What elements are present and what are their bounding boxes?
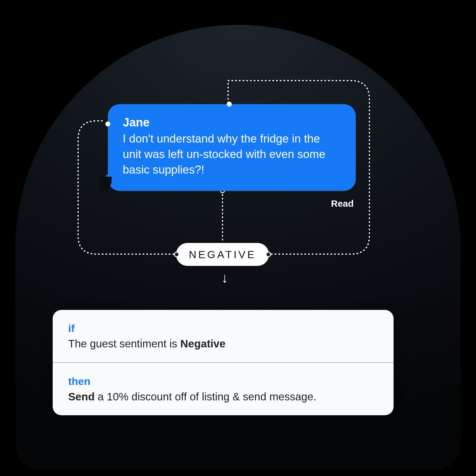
sentiment-pill: NEGATIVE [176,243,269,266]
automation-rule-card: if The guest sentiment is Negative then … [53,310,394,415]
anchor-dot-icon [227,102,232,107]
guest-message-bubble: Jane I don't understand why the fridge i… [108,104,356,191]
anchor-dot-icon [105,121,110,126]
message-sender: Jane [123,116,341,129]
then-keyword: then [68,375,378,387]
rule-if-row: if The guest sentiment is Negative [53,310,394,362]
diagram-canvas: Jane I don't understand why the fridge i… [0,0,476,476]
message-body: I don't understand why the fridge in the… [123,131,341,178]
message-status: Read [331,198,354,209]
sentiment-label: NEGATIVE [189,249,256,261]
if-condition: The guest sentiment is Negative [68,337,378,350]
arrow-down-icon: ↓ [221,270,228,286]
if-keyword: if [68,322,378,334]
rule-then-row: then Send a 10% discount off of listing … [53,362,394,415]
then-action: Send a 10% discount off of listing & sen… [68,390,378,403]
anchor-dot-icon [174,252,179,257]
anchor-dot-icon [266,252,271,257]
